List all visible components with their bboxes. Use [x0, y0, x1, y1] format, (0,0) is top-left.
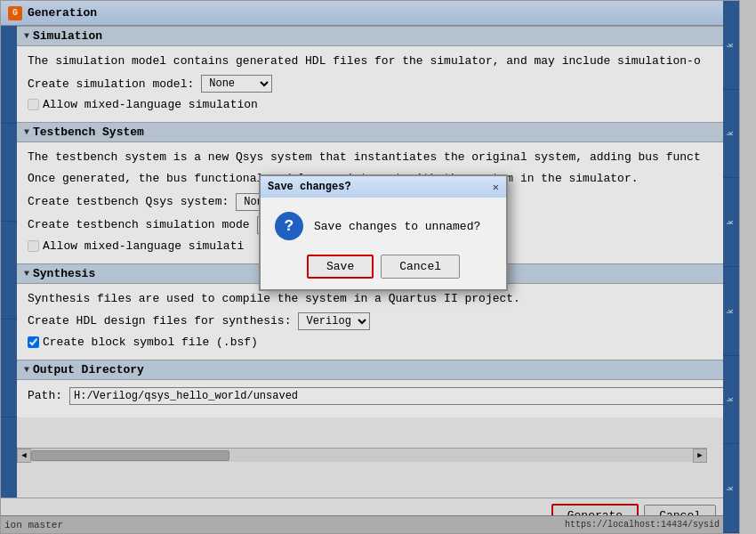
modal-cancel-button[interactable]: Cancel	[381, 255, 460, 279]
modal-close-button[interactable]: ✕	[493, 181, 499, 194]
modal-buttons: Save Cancel	[261, 251, 506, 289]
modal-save-button[interactable]: Save	[307, 255, 374, 279]
modal-body: ? Save changes to unnamed?	[261, 198, 506, 251]
modal-title-bar: Save changes? ✕	[261, 176, 506, 198]
modal-question-icon: ?	[275, 212, 303, 240]
main-window: G Generation ✕ ▼ Simulation The simulati…	[0, 0, 740, 534]
save-changes-dialog: Save changes? ✕ ? Save changes to unname…	[259, 174, 508, 291]
modal-title: Save changes?	[268, 181, 351, 193]
modal-message: Save changes to unnamed?	[314, 220, 480, 233]
modal-overlay: Save changes? ✕ ? Save changes to unname…	[1, 1, 739, 533]
